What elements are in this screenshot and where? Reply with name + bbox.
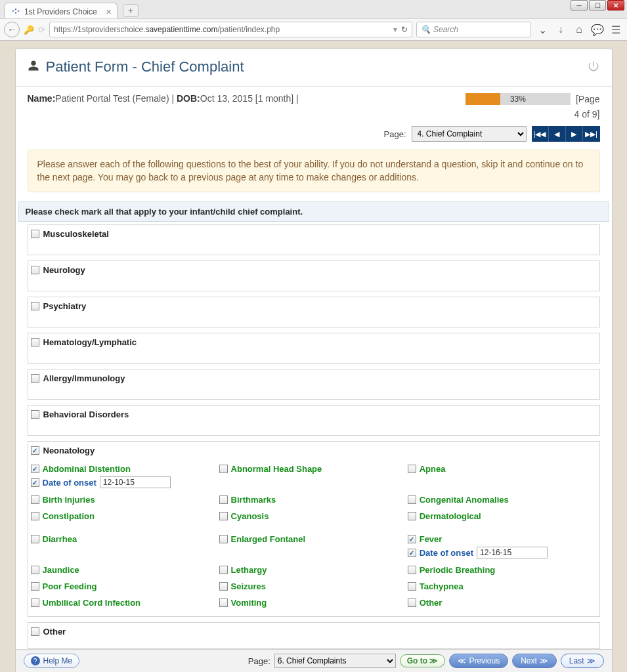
chat-icon[interactable]: 💬: [590, 24, 605, 36]
search-bar[interactable]: 🔍 Search: [416, 22, 531, 37]
item-label: Vomiting: [231, 598, 267, 608]
section-label: Musculoskeletal: [43, 229, 109, 239]
page-indicator-1: [Page: [576, 94, 600, 104]
checkbox-abdominal-distention[interactable]: ✓: [31, 465, 39, 473]
section-label: Other: [43, 627, 66, 637]
last-page-button[interactable]: ▶▶|: [583, 126, 600, 142]
checkbox-congenital-anomalies[interactable]: [408, 495, 416, 504]
checkbox-periodic-breathing[interactable]: [408, 566, 416, 574]
prev-page-button[interactable]: ◀: [549, 126, 566, 142]
dropdown-icon[interactable]: ▾: [393, 25, 397, 34]
reload-icon[interactable]: ↻: [401, 25, 408, 34]
main-panel: Patient Form - Chief Complaint Name:Pati…: [15, 49, 613, 672]
menu-icon[interactable]: ☰: [609, 24, 623, 36]
power-icon[interactable]: [587, 60, 600, 75]
page-title: Patient Form - Chief Complaint: [28, 58, 244, 75]
checkbox-apnea[interactable]: [408, 465, 416, 473]
name-label: Name:: [28, 93, 56, 104]
checkbox-birthmarks[interactable]: [219, 495, 228, 504]
item-label: Lethargy: [231, 565, 267, 575]
checkbox-poor-feeding[interactable]: [31, 582, 39, 591]
tab-close-icon[interactable]: ✕: [106, 8, 112, 16]
item-label: Constipation: [43, 511, 95, 521]
checkbox-musculoskeletal[interactable]: [31, 230, 39, 238]
section-musculoskeletal: Musculoskeletal: [28, 224, 600, 255]
progress-bar: 33%: [465, 93, 571, 105]
checkbox-fever[interactable]: ✓: [408, 535, 416, 543]
browser-tab[interactable]: 1st Providers Choice ✕: [4, 3, 118, 18]
checkbox-neurology[interactable]: [31, 266, 39, 274]
patient-info-bar: Name:Patient Portal Test (Female) | DOB:…: [16, 87, 612, 119]
footer-page-select[interactable]: 6. Chief Complaints: [274, 654, 396, 668]
checkbox-date-onset-1[interactable]: ✓: [31, 478, 39, 487]
window-close-button[interactable]: ✕: [607, 0, 624, 10]
checkbox-neonatology[interactable]: ✓: [31, 446, 39, 455]
page-indicator-2: 4 of 9]: [465, 109, 600, 119]
checkbox-other[interactable]: [31, 627, 39, 636]
first-page-button[interactable]: |◀◀: [532, 126, 549, 142]
url-bar[interactable]: https://1stproviderschoice.savepatientti…: [49, 22, 412, 37]
section-other: Other: [28, 622, 600, 649]
go-button[interactable]: Go to ≫: [400, 654, 446, 667]
item-label: Diarrhea: [43, 534, 77, 544]
download-icon[interactable]: ↓: [553, 24, 568, 35]
checkbox-vomiting[interactable]: [219, 598, 228, 607]
item-label: Periodic Breathing: [420, 565, 496, 575]
date-onset-label: Date of onset: [43, 478, 97, 488]
paw-icon: 🔑: [24, 25, 34, 35]
checkbox-hematology[interactable]: [31, 338, 39, 346]
checkbox-tachypnea[interactable]: [408, 582, 416, 591]
section-psychiatry: Psychiatry: [28, 297, 600, 327]
back-button[interactable]: ←: [4, 22, 20, 37]
checkbox-abnormal-head-shape[interactable]: [219, 465, 228, 473]
checkbox-date-onset-2[interactable]: ✓: [408, 549, 416, 557]
new-tab-button[interactable]: +: [123, 4, 139, 17]
date-onset-input-2[interactable]: [477, 547, 548, 558]
checkbox-neonatology-other[interactable]: [408, 598, 416, 607]
section-label: Behavioral Disorders: [43, 410, 129, 419]
help-icon: ?: [31, 656, 40, 665]
item-label: Dermatological: [420, 511, 481, 521]
checkbox-jaundice[interactable]: [31, 566, 39, 574]
checkbox-behavioral[interactable]: [31, 410, 39, 419]
checkbox-lethargy[interactable]: [219, 566, 228, 574]
user-icon: [28, 58, 39, 75]
next-page-button[interactable]: ▶: [566, 126, 583, 142]
help-button[interactable]: ?Help Me: [24, 654, 80, 668]
item-label: Seizures: [231, 581, 266, 591]
previous-button[interactable]: ≪ Previous: [449, 654, 508, 668]
question-text: Please check mark all that apply to your…: [18, 201, 609, 222]
item-label: Other: [420, 598, 443, 608]
checkbox-allergy[interactable]: [31, 374, 39, 383]
window-maximize-button[interactable]: ☐: [589, 0, 606, 10]
window-controls: ─ ☐ ✕: [571, 0, 624, 10]
section-behavioral: Behavioral Disorders: [28, 405, 600, 436]
date-onset-input-1[interactable]: [100, 476, 171, 488]
item-label: Poor Feeding: [43, 581, 97, 591]
pocket-icon[interactable]: ⌄: [535, 24, 550, 36]
checkbox-diarrhea[interactable]: [31, 535, 39, 543]
date-onset-label: Date of onset: [420, 548, 473, 558]
search-placeholder: Search: [433, 25, 458, 34]
section-neurology: Neurology: [28, 261, 600, 291]
next-button[interactable]: Next ≫: [512, 654, 557, 668]
reload-ghost-icon: ⟳: [38, 25, 45, 35]
item-label: Abnormal Head Shape: [231, 464, 322, 474]
window-minimize-button[interactable]: ─: [571, 0, 588, 10]
page-nav-row: Page: 4. Chief Complaint |◀◀ ◀ ▶ ▶▶|: [16, 119, 612, 150]
checkbox-psychiatry[interactable]: [31, 302, 39, 310]
checkbox-cyanosis[interactable]: [219, 512, 228, 520]
dob-label: DOB:: [177, 93, 200, 104]
checkbox-birth-injuries[interactable]: [31, 495, 39, 504]
last-button[interactable]: Last ≫: [561, 654, 604, 668]
url-prefix: https://1stproviderschoice.: [54, 25, 145, 34]
item-label: Birth Injuries: [43, 495, 95, 505]
checkbox-umbilical-cord-infection[interactable]: [31, 598, 39, 607]
checkbox-enlarged-fontanel[interactable]: [219, 535, 228, 543]
checkbox-dermatological[interactable]: [408, 512, 416, 520]
checkbox-seizures[interactable]: [219, 582, 228, 591]
page-select[interactable]: 4. Chief Complaint: [412, 126, 527, 142]
section-list: Musculoskeletal Neurology Psychiatry Hem…: [16, 224, 612, 658]
home-icon[interactable]: ⌂: [572, 24, 586, 35]
checkbox-constipation[interactable]: [31, 512, 39, 520]
